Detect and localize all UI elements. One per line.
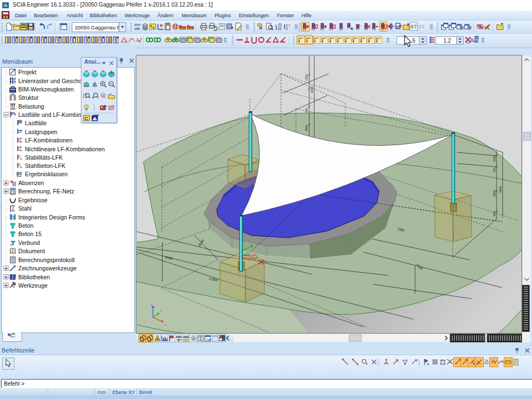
svg-text:Bibliotheken: Bibliotheken	[18, 274, 50, 280]
svg-text:x: x	[165, 323, 166, 326]
svg-text:2500: 2500	[305, 125, 308, 131]
svg-text:Lastgruppen: Lastgruppen	[25, 129, 58, 135]
svg-text:Ergebnisse: Ergebnisse	[18, 197, 48, 203]
svg-text:48: 48	[474, 39, 478, 44]
svg-text:Verbund: Verbund	[18, 239, 40, 246]
svg-text:1.2: 1.2	[443, 38, 451, 44]
svg-text:600: 600	[493, 211, 496, 216]
svg-text:7: 7	[414, 24, 417, 29]
svg-text:LF-Kombinationen: LF-Kombinationen	[25, 137, 73, 144]
svg-text:Lastfälle: Lastfälle	[25, 120, 47, 126]
svg-text:Berechnung, FE-Netz: Berechnung, FE-Netz	[18, 188, 74, 195]
svg-text:Nichtlineare LF-Kombinationen: Nichtlineare LF-Kombinationen	[25, 146, 105, 152]
svg-text:Stahl: Stahl	[18, 205, 32, 212]
svg-text:2500: 2500	[493, 190, 496, 197]
svg-text:Beton: Beton	[18, 222, 34, 229]
svg-text:6: 6	[411, 24, 413, 29]
svg-text:mm: mm	[134, 23, 141, 27]
svg-text:]: ]	[286, 24, 288, 30]
svg-text:700: 700	[493, 168, 496, 173]
svg-text:C: C	[85, 116, 89, 121]
svg-text:Werkzeuge: Werkzeuge	[18, 282, 48, 289]
svg-text:Linienraster und Geschosse: Linienraster und Geschosse	[18, 78, 91, 84]
svg-text:Belastung: Belastung	[18, 103, 44, 110]
svg-text:Beton 15: Beton 15	[18, 231, 42, 237]
svg-text:5: 5	[412, 38, 416, 44]
svg-text:0: 0	[418, 24, 421, 29]
svg-text:Struktur: Struktur	[18, 94, 39, 101]
svg-text:20050 Gaggenau F: 20050 Gaggenau F	[75, 24, 120, 30]
svg-text:Dokument: Dokument	[18, 248, 45, 254]
svg-text:4000: 4000	[310, 86, 314, 93]
svg-text:Zeichnungswerkzeuge: Zeichnungswerkzeuge	[18, 265, 76, 272]
svg-text:1000: 1000	[493, 156, 496, 162]
svg-text:cm: cm	[135, 27, 140, 30]
svg-text:z: z	[151, 303, 152, 306]
svg-text:Stahlbeton-LFK: Stahlbeton-LFK	[25, 162, 65, 169]
svg-text:Integriertes Design Forms: Integriertes Design Forms	[18, 214, 85, 221]
svg-text:Y: Y	[160, 309, 162, 313]
svg-text:Absenzen: Absenzen	[18, 180, 44, 186]
svg-text:Stabilitäts-LFK: Stabilitäts-LFK	[25, 154, 63, 161]
svg-text:1000: 1000	[305, 74, 308, 81]
svg-text:Projekt: Projekt	[18, 69, 37, 75]
svg-text:?: ?	[288, 24, 290, 28]
svg-text:4600: 4600	[499, 186, 502, 193]
svg-text:Berechnungsprotokoll: Berechnungsprotokoll	[18, 257, 75, 263]
svg-text:R: R	[102, 94, 105, 98]
svg-text:Ergebnisklassen: Ergebnisklassen	[25, 171, 68, 177]
svg-text:BIM-Werkzeugkasten: BIM-Werkzeugkasten	[18, 86, 74, 93]
svg-text:I: I	[284, 24, 285, 30]
svg-text:7: 7	[422, 24, 424, 29]
svg-text:700: 700	[305, 108, 308, 113]
